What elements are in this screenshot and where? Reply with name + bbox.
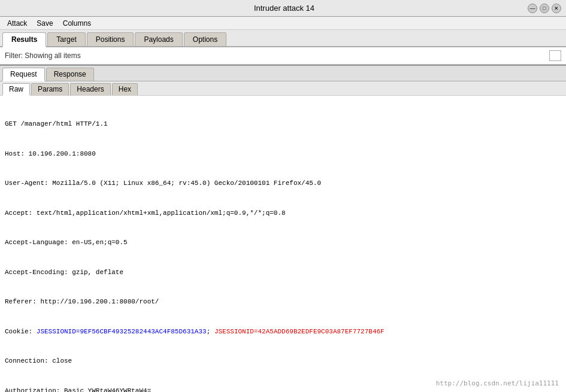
cookie-val1: JSESSIONID=9EF56CBF49325282443AC4F85D631… bbox=[37, 328, 207, 335]
window-title: Intruder attack 14 bbox=[41, 4, 528, 13]
bottom-tab-bar: Request Response bbox=[0, 66, 566, 81]
close-button[interactable]: ✕ bbox=[552, 4, 561, 13]
req-line-1: GET /manager/html HTTP/1.1 bbox=[5, 119, 561, 129]
minimize-button[interactable]: — bbox=[528, 4, 537, 13]
bottom-tab-request[interactable]: Request bbox=[2, 68, 45, 81]
filter-bar: Filter: Showing all items bbox=[0, 47, 566, 65]
req-line-7: Referer: http://10.196.200.1:8080/root/ bbox=[5, 297, 561, 307]
sub-tab-params[interactable]: Params bbox=[31, 83, 69, 95]
filter-text: Filter: Showing all items bbox=[5, 51, 81, 60]
menu-bar: Attack Save Columns bbox=[0, 17, 566, 30]
menu-attack[interactable]: Attack bbox=[2, 18, 32, 29]
req-line-9: Connection: close bbox=[5, 356, 561, 366]
maximize-button[interactable]: □ bbox=[540, 4, 549, 13]
tab-positions[interactable]: Positions bbox=[87, 32, 134, 46]
req-line-3: User-Agent: Mozilla/5.0 (X11; Linux x86_… bbox=[5, 178, 561, 189]
sub-tab-raw[interactable]: Raw bbox=[2, 83, 30, 96]
req-line-2: Host: 10.196.200.1:8080 bbox=[5, 149, 561, 159]
window-controls: — □ ✕ bbox=[528, 4, 561, 13]
watermark: http://blog.csdn.net/lijia11111 bbox=[436, 379, 559, 387]
menu-columns[interactable]: Columns bbox=[58, 18, 96, 29]
bottom-tab-response[interactable]: Response bbox=[46, 68, 94, 81]
request-content: GET /manager/html HTTP/1.1 Host: 10.196.… bbox=[0, 96, 566, 392]
main-tab-bar: Results Target Positions Payloads Option… bbox=[0, 30, 566, 47]
menu-save[interactable]: Save bbox=[32, 18, 57, 29]
tab-results[interactable]: Results bbox=[2, 32, 46, 47]
title-bar: Intruder attack 14 — □ ✕ bbox=[0, 0, 566, 17]
sub-tab-bar: Raw Params Headers Hex bbox=[0, 81, 566, 96]
req-line-8: Cookie: JSESSIONID=9EF56CBF49325282443AC… bbox=[5, 327, 561, 337]
tab-target[interactable]: Target bbox=[47, 32, 85, 46]
req-line-5: Accept-Language: en-US,en;q=0.5 bbox=[5, 238, 561, 248]
req-line-4: Accept: text/html,application/xhtml+xml,… bbox=[5, 208, 561, 218]
sub-tab-headers[interactable]: Headers bbox=[70, 83, 110, 95]
bottom-panel: Request Response Raw Params Headers Hex … bbox=[0, 66, 566, 392]
tab-options[interactable]: Options bbox=[184, 32, 226, 46]
filter-expand-button[interactable] bbox=[549, 50, 561, 61]
cookie-val2: JSESSIONID=42A5ADD69B2EDFE9C03A87EF7727B… bbox=[214, 328, 385, 335]
req-line-6: Accept-Encoding: gzip, deflate bbox=[5, 268, 561, 278]
main-layout: Results Target Positions Payloads Option… bbox=[0, 30, 566, 392]
tab-payloads[interactable]: Payloads bbox=[135, 32, 182, 46]
sub-tab-hex[interactable]: Hex bbox=[112, 83, 138, 95]
